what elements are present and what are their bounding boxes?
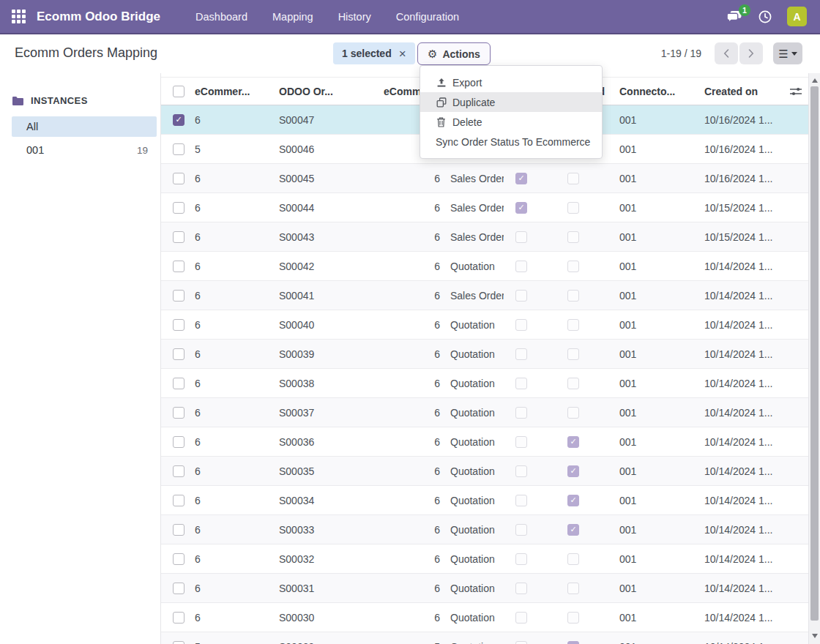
menu-dashboard[interactable]: Dashboard: [195, 11, 247, 23]
table-row[interactable]: 6 S00030 6 Quotation 001 10/14/2024 1...: [161, 603, 808, 632]
main-menu: Dashboard Mapping History Configuration: [195, 11, 459, 23]
row-select-checkbox[interactable]: [173, 378, 184, 389]
adjust-columns-button[interactable]: [783, 86, 808, 97]
readonly-flag2-checkbox: [567, 261, 579, 272]
row-select-checkbox[interactable]: [173, 495, 184, 506]
pager-next-button[interactable]: [739, 42, 763, 64]
row-select-checkbox[interactable]: [173, 524, 184, 536]
table-row[interactable]: 6 S00045 6 Sales Order 001 10/16/2024 1.…: [161, 164, 808, 193]
sidebar-item-label: 001: [26, 144, 44, 156]
scroll-up-arrow[interactable]: [812, 78, 818, 83]
row-select-checkbox[interactable]: [173, 319, 184, 331]
cell-odoo-order: S00030: [275, 612, 380, 624]
table-row[interactable]: 6 S00043 6 Sales Order 001 10/15/2024 1.…: [161, 222, 808, 252]
cell-flag2: [539, 231, 608, 243]
cell-flag2: [539, 641, 608, 644]
row-select-checkbox[interactable]: [173, 612, 184, 624]
sliders-icon: [789, 86, 802, 97]
menu-item-delete[interactable]: Delete: [420, 112, 602, 132]
sidebar-item-all[interactable]: All: [12, 116, 157, 137]
actions-button[interactable]: ⚙ Actions: [417, 42, 491, 65]
sidebar-item-001[interactable]: 001 19: [12, 140, 157, 160]
table-row[interactable]: 6 S00042 6 Quotation 001 10/14/2024 1...: [161, 252, 808, 281]
row-select-checkbox[interactable]: [173, 143, 184, 155]
row-select-checkbox[interactable]: [173, 261, 184, 272]
table-row[interactable]: 6 S00044 6 Sales Order 001 10/15/2024 1.…: [161, 193, 808, 222]
row-select-checkbox[interactable]: [173, 641, 184, 644]
menu-mapping[interactable]: Mapping: [272, 11, 313, 23]
row-select-checkbox[interactable]: [173, 290, 184, 302]
table-row[interactable]: 6 S00034 6 Quotation 001 10/14/2024 1...: [161, 486, 808, 515]
table-row[interactable]: 6 S00032 6 Quotation 001 10/14/2024 1...: [161, 544, 808, 574]
page-title: Ecomm Orders Mapping: [15, 33, 157, 73]
cell-flag1: [504, 583, 539, 594]
cell-odoo-order: S00041: [275, 290, 380, 302]
table-row[interactable]: 5 S00029 5 Quotation 001 10/14/2024 1...: [161, 632, 808, 644]
menu-history[interactable]: History: [338, 11, 371, 23]
row-select-checkbox[interactable]: [173, 231, 184, 243]
readonly-flag2-checkbox: [567, 290, 579, 302]
table-row[interactable]: 6 S00036 6 Quotation 001 10/14/2024 1...: [161, 427, 808, 457]
messages-button[interactable]: 1: [726, 10, 743, 24]
column-header-connector[interactable]: Connecto...: [608, 86, 696, 97]
activities-button[interactable]: [758, 10, 772, 24]
scrollbar-thumb[interactable]: [810, 86, 819, 621]
vertical-scrollbar[interactable]: [808, 73, 820, 644]
column-header-ecommerce-order[interactable]: eCommer...: [190, 86, 275, 97]
table-row[interactable]: 6 S00033 6 Quotation 001 10/14/2024 1...: [161, 515, 808, 544]
cell-ecommerce-order: 6: [190, 348, 275, 360]
cell-ecommerce-amount: 6: [380, 524, 444, 536]
row-select-checkbox[interactable]: [173, 583, 184, 594]
table-row[interactable]: 6 S00041 6 Sales Order 001 10/14/2024 1.…: [161, 281, 808, 310]
readonly-flag2-checkbox: [567, 378, 579, 389]
row-select-checkbox[interactable]: [173, 553, 184, 565]
cell-ecommerce-order: 6: [190, 319, 275, 331]
cell-flag2: [539, 290, 608, 302]
close-icon[interactable]: ×: [399, 48, 406, 60]
table-row[interactable]: 6 S00038 6 Quotation 001 10/14/2024 1...: [161, 369, 808, 398]
cell-flag1: [504, 465, 539, 477]
view-switcher-button[interactable]: ☰: [773, 42, 802, 64]
cell-created-on: 10/14/2024 1...: [696, 261, 783, 272]
menu-item-sync-order-status[interactable]: Sync Order Status To Ecommerce: [420, 132, 602, 151]
table-row[interactable]: 6 S00031 6 Quotation 001 10/14/2024 1...: [161, 574, 808, 603]
select-all-checkbox[interactable]: [173, 86, 184, 97]
table-row[interactable]: 6 S00035 6 Quotation 001 10/14/2024 1...: [161, 457, 808, 486]
control-bar: Ecomm Orders Mapping 1 selected × ⚙ Acti…: [0, 33, 820, 73]
row-select-checkbox[interactable]: [173, 348, 184, 360]
cell-order-status: Quotation: [444, 319, 504, 331]
cell-connector: 001: [608, 348, 696, 360]
column-header-created-on[interactable]: Created on: [696, 86, 783, 97]
row-select-checkbox[interactable]: [173, 202, 184, 214]
menu-configuration[interactable]: Configuration: [396, 11, 459, 23]
row-select-checkbox[interactable]: [173, 465, 184, 477]
row-select-checkbox[interactable]: [173, 114, 184, 126]
table-row[interactable]: 6 S00037 6 Quotation 001 10/14/2024 1...: [161, 398, 808, 427]
cell-ecommerce-order: 6: [190, 495, 275, 506]
cell-connector: 001: [608, 524, 696, 536]
table-row[interactable]: 6 S00040 6 Quotation 001 10/14/2024 1...: [161, 310, 808, 340]
scroll-down-arrow[interactable]: [812, 634, 818, 638]
cell-flag1: [504, 348, 539, 360]
cell-created-on: 10/14/2024 1...: [696, 612, 783, 624]
app-brand[interactable]: Ecomm Odoo Bridge: [37, 10, 160, 24]
delete-icon: [436, 117, 447, 127]
pager-prev-button[interactable]: [715, 42, 738, 64]
user-avatar[interactable]: A: [787, 7, 807, 26]
cell-flag1: [504, 553, 539, 565]
apps-grid-icon[interactable]: [12, 10, 26, 24]
menu-item-export[interactable]: Export: [420, 72, 602, 92]
table-row[interactable]: 6 S00039 6 Quotation 001 10/14/2024 1...: [161, 340, 808, 369]
readonly-flag1-checkbox: [515, 612, 527, 624]
row-select-checkbox[interactable]: [173, 407, 184, 419]
navbar-right: 1 A: [726, 7, 820, 26]
cell-created-on: 10/14/2024 1...: [696, 348, 783, 360]
row-select-checkbox[interactable]: [173, 173, 184, 184]
cell-order-status: Sales Order: [444, 231, 504, 243]
row-select-checkbox[interactable]: [173, 436, 184, 448]
cell-odoo-order: S00037: [275, 407, 380, 419]
sidebar-item-label: All: [26, 121, 38, 132]
cell-odoo-order: S00034: [275, 495, 380, 506]
column-header-odoo-order[interactable]: ODOO Or...: [275, 86, 380, 97]
menu-item-duplicate[interactable]: Duplicate: [420, 92, 602, 112]
